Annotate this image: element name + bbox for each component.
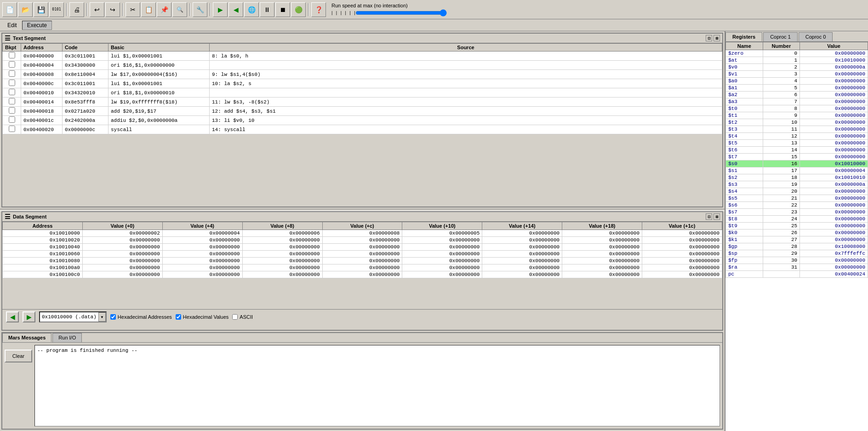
bkpt-checkbox[interactable] <box>9 89 15 95</box>
reg-value-cell: 0x00000000 <box>800 92 868 98</box>
help-button[interactable]: ❓ <box>311 2 326 17</box>
text-segment-title-area: ☰ Text Segment <box>5 34 46 42</box>
reg-name-cell: $k0 <box>726 230 763 236</box>
reg-name-cell: $s3 <box>726 181 763 188</box>
data-value-cell: 0x00000000 <box>162 258 242 264</box>
speed-slider[interactable] <box>355 9 447 17</box>
ascii-checkbox[interactable] <box>232 314 238 320</box>
address-cell: 0x00400020 <box>21 125 63 134</box>
globe-button[interactable]: 🌐 <box>244 2 259 17</box>
data-value-cell: 0x00000000 <box>642 251 722 258</box>
new-button[interactable]: 📄 <box>2 2 17 17</box>
print-button[interactable]: 🖨 <box>69 2 84 17</box>
data-prev-button[interactable]: ◀ <box>6 311 19 322</box>
run-speed-label: Run speed at max (no interaction) <box>331 3 447 8</box>
bkpt-checkbox[interactable] <box>9 61 15 68</box>
data-segment-row: 0x100100200x000000000x000000000x00000000… <box>3 237 722 244</box>
cut-button[interactable]: ✂ <box>126 2 140 17</box>
data-table-container[interactable]: AddressValue (+0)Value (+4)Value (+8)Val… <box>2 222 722 309</box>
tab-coproc0[interactable]: Coproc 0 <box>799 32 833 41</box>
code-cell: 0x0271a020 <box>63 107 108 116</box>
data-next-button[interactable]: ▶ <box>23 311 35 322</box>
separator-3 <box>122 3 123 16</box>
speed-left-label: | | | | | | <box>331 11 355 15</box>
bkpt-checkbox[interactable] <box>9 126 15 132</box>
assemble-button[interactable]: 0101 <box>49 2 64 17</box>
bkpt-checkbox[interactable] <box>9 116 15 123</box>
undo-button[interactable]: ↩ <box>90 2 104 17</box>
bkpt-cell <box>3 98 21 107</box>
reg-value-cell: 0x00000000 <box>800 188 868 195</box>
text-segment-table-container[interactable]: Bkpt Address Code Basic Source 0x0040000… <box>2 43 722 204</box>
data-value-cell: 0x00000000 <box>322 251 402 258</box>
reg-number-cell: 16 <box>763 161 800 167</box>
tab-coproc1[interactable]: Coproc 1 <box>763 32 798 41</box>
reg-value-cell: 0x00000000 <box>800 112 868 119</box>
bkpt-checkbox[interactable] <box>9 80 15 86</box>
basic-cell: lw $17,0x00000004($16) <box>108 70 210 79</box>
redo-button[interactable]: ↪ <box>105 2 120 17</box>
tab-registers[interactable]: Registers <box>725 32 762 41</box>
reg-number-cell: 8 <box>763 105 800 112</box>
register-row: $fp 30 0x00000000 <box>726 257 868 264</box>
address-cell: 0x00400010 <box>21 88 63 98</box>
reg-name-cell: $t1 <box>726 112 763 119</box>
basic-cell: add $20,$19,$17 <box>108 107 210 116</box>
clear-button[interactable]: Clear <box>5 350 32 362</box>
ascii-group: ASCII <box>232 314 253 320</box>
open-button[interactable]: 📂 <box>18 2 33 17</box>
reg-name-cell: $t8 <box>726 216 763 223</box>
data-segment-expand-icon[interactable]: ⊞ <box>714 213 720 220</box>
reg-number-cell: 13 <box>763 140 800 147</box>
find-button[interactable]: 🔍 <box>172 2 187 17</box>
reg-number-cell <box>763 271 800 278</box>
hex-addresses-checkbox[interactable] <box>110 314 116 320</box>
reg-name-cell: $t4 <box>726 133 763 140</box>
step-back-button[interactable]: ◀ <box>228 2 243 17</box>
reg-value-cell: 0x00000004 <box>800 167 868 174</box>
message-text[interactable]: -- program is finished running -- <box>34 345 720 426</box>
go-button[interactable]: 🟢 <box>291 2 306 17</box>
data-segment-detach-icon[interactable]: ⊡ <box>706 213 712 220</box>
data-value-cell: 0x00000000 <box>162 251 242 258</box>
text-segment-expand-icon[interactable]: ⊞ <box>714 35 720 41</box>
hex-values-checkbox[interactable] <box>176 314 181 320</box>
pause-button[interactable]: ⏸ <box>260 2 274 17</box>
menu-execute[interactable]: Execute <box>22 21 52 30</box>
message-content: -- program is finished running -- <box>37 348 137 353</box>
text-segment-detach-icon[interactable]: ⊡ <box>706 35 712 41</box>
message-tab-bar: Mars Messages Run I/O <box>2 333 722 343</box>
data-value-cell: 0x00000000 <box>242 237 322 244</box>
bkpt-checkbox[interactable] <box>9 98 15 104</box>
address-select[interactable]: 0x10010000 (.data) ▼ <box>39 311 107 322</box>
reg-number-cell: 26 <box>763 230 800 236</box>
data-segment-title: Data Segment <box>13 214 46 219</box>
paste-button[interactable]: 📌 <box>157 2 171 17</box>
menu-edit[interactable]: Edit <box>2 21 22 30</box>
separator-1 <box>66 3 67 16</box>
hex-addresses-group: Hexadecimal Addresses <box>110 314 172 320</box>
register-row: $v1 3 0x00000000 <box>726 71 868 78</box>
bkpt-checkbox[interactable] <box>9 107 15 114</box>
register-table-container[interactable]: Name Number Value $zero 0 0x00000000 $at… <box>725 42 868 431</box>
reg-name-cell: $s4 <box>726 188 763 195</box>
text-segment-panel: ☰ Text Segment ⊡ ⊞ Bkpt Address Code Bas <box>1 33 723 207</box>
data-segment-row: 0x100100800x000000000x000000000x00000000… <box>3 258 722 264</box>
reg-value-cell: 0x00000000 <box>800 209 868 216</box>
data-value-cell: 0x00000000 <box>82 237 162 244</box>
bkpt-cell <box>3 125 21 134</box>
register-row: $t7 15 0x00000000 <box>726 154 868 161</box>
data-value-cell: 0x00000000 <box>82 244 162 251</box>
copy-button[interactable]: 📋 <box>141 2 156 17</box>
stop-button[interactable]: ⏹ <box>275 2 290 17</box>
run-button[interactable]: ▶ <box>213 2 228 17</box>
tab-mars-messages[interactable]: Mars Messages <box>2 333 51 342</box>
save-button[interactable]: 💾 <box>34 2 48 17</box>
data-value-cell: 0x00000000 <box>642 237 722 244</box>
address-dropdown[interactable]: ▼ <box>98 312 106 322</box>
bkpt-checkbox[interactable] <box>9 52 15 58</box>
settings-button[interactable]: 🔧 <box>193 2 207 17</box>
tab-run-io[interactable]: Run I/O <box>52 333 82 342</box>
reg-name-cell: $t2 <box>726 119 763 126</box>
bkpt-checkbox[interactable] <box>9 70 15 77</box>
